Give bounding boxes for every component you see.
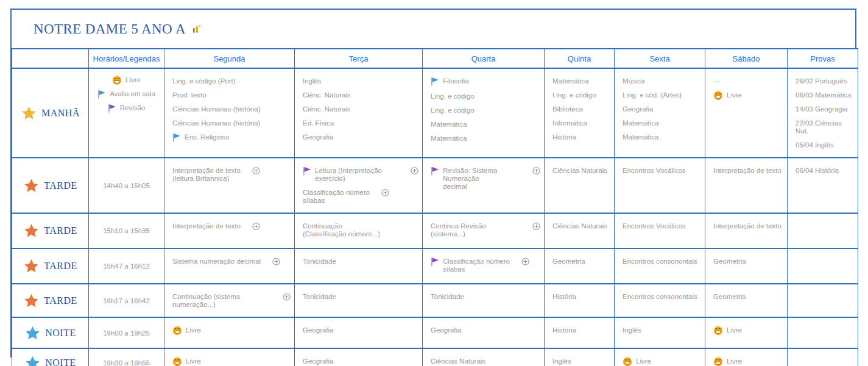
item-label: História: [552, 326, 576, 334]
item-label: 14/03 Geogragia: [796, 105, 848, 113]
item-label: Encontros Vocálicos: [623, 166, 686, 175]
add-icon[interactable]: [272, 258, 280, 266]
cell-sexta: Livre: [615, 348, 705, 366]
schedule-item: Inglês: [623, 326, 701, 334]
star-icon: [23, 258, 40, 274]
item-label: Matemática: [431, 134, 467, 143]
item-label: Geografia: [303, 133, 334, 141]
schedule-item: Ens. Religioso: [172, 133, 291, 143]
schedule-table: Horários/LegendasSegundaTerçaQuartaQuint…: [12, 48, 858, 366]
item-label: Ed. Física: [303, 119, 334, 127]
smiley-icon: [112, 76, 122, 85]
schedule-item: Encontros Vocálicos: [623, 166, 701, 175]
schedule-item: Continuação (Classificação número...): [303, 222, 418, 238]
cell-sabado: --- Livre: [705, 68, 788, 158]
column-header-sexta: Sexta: [615, 49, 705, 68]
period-label: NOITE: [45, 328, 76, 339]
item-label: Ling. e código: [552, 91, 596, 99]
cell-segunda: Continuação (sistema numeração...): [164, 284, 295, 317]
star-icon: [21, 105, 37, 121]
item-label: Geometria: [552, 257, 585, 266]
schedule-item: Classificação número sílabas: [431, 257, 540, 273]
schedule-item: Avalia em sala: [97, 90, 155, 99]
item-label: Livre: [727, 357, 742, 365]
schedule-item: Livre: [172, 326, 291, 336]
period-cell: NOITE: [12, 348, 89, 366]
cell-sabado: Geometria: [705, 248, 788, 284]
schedule-item: Tonicidade: [431, 292, 540, 301]
item-label: Ciênc. Naturais: [303, 91, 351, 99]
item-label: Continuação (sistema numeração...): [172, 292, 271, 309]
schedule-item: Ciências Naturais: [552, 222, 610, 230]
item-label: Geometria: [713, 257, 746, 266]
period-cell: NOITE: [12, 317, 89, 348]
cell-segunda: Livre: [164, 348, 295, 366]
schedule-item: Ciências Naturais: [431, 357, 540, 365]
cell-sabado: Interpretação de texto: [705, 213, 788, 248]
item-label: Inglês: [623, 326, 641, 334]
schedule-item: Interpretação de texto (leitura Britanni…: [172, 166, 291, 183]
schedule-item: Tonicidade: [303, 257, 418, 266]
edit-icon[interactable]: [191, 23, 203, 35]
column-header-sabado: Sábado: [705, 49, 788, 68]
add-icon[interactable]: [283, 293, 291, 301]
period-label: MANHÃ: [41, 108, 80, 119]
item-label: Geometria: [713, 292, 746, 301]
cell-sabado: Interpretação de texto: [705, 158, 788, 213]
add-icon[interactable]: [532, 222, 540, 230]
schedule-item: Inglês: [552, 357, 610, 365]
item-label: Prod. texto: [172, 91, 206, 99]
item-label: Livre: [727, 91, 742, 99]
smiley-icon: [623, 357, 632, 366]
cell-sexta: MúsicaLing. e cód. (Artes)GeografiaMatem…: [615, 68, 705, 158]
cell-segunda: Ling. e código (Port)Prod. textoCiências…: [164, 68, 295, 158]
schedule-item: Continuação (sistema numeração...): [172, 292, 291, 309]
cell-quinta: MatemáticaLing. e códigoBibliotecaInform…: [545, 68, 615, 158]
period-cell: TARDE: [12, 158, 89, 213]
cell-quinta: Ciências Naturais: [545, 158, 615, 213]
column-header-provas: Provas: [788, 49, 858, 68]
table-row: NOITE19h00 a 19h25 LivreGeografiaGeograf…: [12, 317, 858, 348]
schedule-item: Biblioteca: [552, 105, 610, 113]
schedule-item: Leitura (Interpretação exercício): [303, 166, 418, 183]
schedule-item: Ling. e código: [431, 92, 540, 100]
purple-flag-icon: [303, 166, 311, 176]
period-cell: TARDE: [12, 284, 89, 317]
column-header-terca: Terça: [295, 49, 423, 68]
add-icon[interactable]: [381, 189, 389, 197]
schedule-item: 26/02 Português: [796, 77, 854, 85]
star-icon: [23, 293, 40, 309]
cell-quinta: Inglês: [545, 348, 615, 366]
period-label: TARDE: [44, 261, 77, 272]
table-row: NOITE19h30 a 19h55 LivreGeografiaCiência…: [12, 348, 858, 366]
cell-sexta: Encontros Vocálicos: [615, 158, 705, 213]
page-title: NOTRE DAME 5 ANO A: [34, 21, 186, 37]
schedule-item: Geografia: [303, 326, 418, 334]
schedule-item: Matemática: [623, 133, 701, 141]
period-label: TARDE: [44, 225, 77, 236]
add-icon[interactable]: [252, 222, 260, 230]
item-label: Livre: [727, 326, 742, 334]
schedule-item: Ling. e código: [431, 106, 540, 114]
star-icon: [23, 223, 40, 239]
schedule-item: Interpretação de texto: [172, 222, 291, 230]
item-label: Ciências Humanas (história): [172, 119, 260, 127]
item-label: Geografia: [303, 326, 334, 334]
add-icon[interactable]: [521, 258, 529, 266]
item-label: Encontros Vocálicos: [623, 222, 686, 230]
item-label: História: [552, 133, 576, 141]
schedule-item: Livre: [112, 76, 141, 85]
cell-quarta: Revisão: Sistema Numeração decimal: [423, 158, 545, 213]
schedule-item: Ciências Naturais: [552, 166, 610, 175]
add-icon[interactable]: [252, 167, 260, 175]
add-icon[interactable]: [411, 167, 418, 175]
schedule-item: Geografia: [623, 105, 701, 113]
star-icon: [24, 355, 41, 366]
item-label: Matemática: [623, 133, 658, 141]
cell-quarta: Geografia: [423, 317, 545, 348]
schedule-item: Ciências Humanas (história): [172, 105, 291, 113]
add-icon[interactable]: [532, 167, 540, 175]
cell-segunda: Sistema numeração decimal: [164, 248, 295, 284]
item-label: Ens. Religioso: [185, 133, 230, 141]
schedule-item: Geometria: [713, 257, 783, 266]
